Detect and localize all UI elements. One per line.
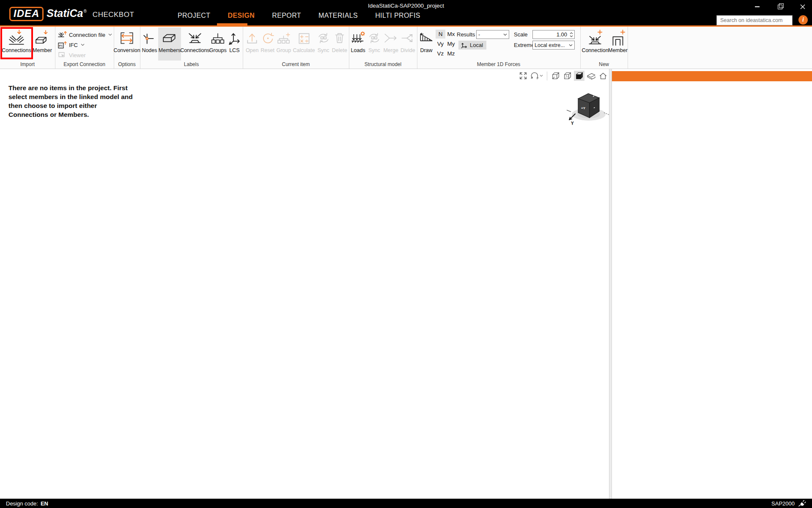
import-connections-button[interactable]: Connections: [1, 28, 32, 61]
group-label-import: Import: [0, 61, 55, 67]
labels-groups-toggle[interactable]: Groups: [209, 28, 227, 61]
linked-app-name: SAP2000: [771, 500, 795, 507]
calculate-button: Calculate: [292, 28, 316, 61]
import-member-button[interactable]: Member: [32, 28, 52, 61]
chevron-down-icon: [503, 33, 507, 36]
sync-current-button: Sync: [315, 28, 331, 61]
cube-solid-icon: [575, 72, 584, 80]
orbit-button[interactable]: [529, 71, 544, 81]
merge-icon: [383, 29, 398, 47]
toggle-force-vz[interactable]: Vz: [436, 49, 445, 58]
ribbon-group-new: Connection Member New: [580, 27, 628, 69]
chevron-down-icon: [108, 33, 112, 36]
import-member-icon: [34, 29, 51, 47]
scale-label: Scale: [514, 31, 528, 38]
loads-icon: [351, 29, 366, 47]
group-label-structural: Structural model: [349, 61, 417, 67]
groups-icon: [211, 29, 225, 47]
sync-icon: [367, 29, 382, 47]
view-solid-button[interactable]: [574, 71, 584, 81]
new-member-icon: [609, 29, 627, 47]
design-code-label: Design code:: [6, 500, 38, 507]
tab-materials[interactable]: MATERIALS: [318, 12, 358, 19]
nodes-icon: [143, 29, 156, 47]
labels-members-toggle[interactable]: Members: [158, 28, 181, 61]
home-view-button[interactable]: [598, 71, 608, 81]
merge-button: Merge: [382, 28, 400, 61]
product-name: CHECKBOT: [93, 11, 134, 19]
draw-forces-button[interactable]: Draw: [418, 28, 435, 53]
toggle-force-vy[interactable]: Vy: [436, 39, 445, 48]
group-label-labels: Labels: [140, 61, 243, 67]
group-label-options: Options: [114, 61, 140, 67]
new-member-button[interactable]: Member: [608, 28, 628, 61]
sync-icon: [316, 29, 331, 47]
group-label-forces: Member 1D Forces: [417, 61, 580, 67]
labels-lcs-toggle[interactable]: LCS: [227, 28, 242, 61]
conversion-button[interactable]: Conversion: [115, 28, 139, 61]
navigation-cube[interactable]: +Y Y: [566, 89, 612, 126]
connections-label-icon: [187, 29, 203, 47]
new-connection-button[interactable]: Connection: [582, 28, 608, 61]
results-dropdown[interactable]: -: [476, 30, 509, 39]
model-viewport[interactable]: There are no items in the project. First…: [0, 69, 609, 499]
view-perspective-button[interactable]: [586, 71, 596, 81]
local-axes-icon: [461, 42, 468, 49]
search-icon[interactable]: [790, 17, 790, 24]
tab-project[interactable]: PROJECT: [178, 12, 210, 19]
linked-app-status: SAP2000: [771, 500, 806, 508]
chevron-down-icon: [540, 75, 543, 77]
loads-button[interactable]: Loads: [350, 28, 366, 61]
lcs-icon: [228, 29, 241, 47]
minimize-button[interactable]: [751, 2, 763, 12]
extreme-label: Extreme: [514, 42, 534, 48]
scale-input[interactable]: [533, 31, 568, 38]
spinner-down-icon[interactable]: [570, 35, 573, 37]
labels-connections-toggle[interactable]: Connections: [181, 28, 209, 61]
new-connection-icon: [586, 29, 604, 47]
divide-icon: [400, 29, 415, 47]
export-connection-file-button[interactable]: Connection file: [58, 30, 112, 39]
panel-splitter[interactable]: [609, 69, 612, 499]
search-input[interactable]: [717, 17, 790, 23]
local-axis-toggle[interactable]: Local: [458, 41, 486, 50]
close-button[interactable]: [797, 2, 809, 12]
ribbon-group-forces: Draw N Mx Vy My Vz Mz Results - Local: [417, 27, 581, 69]
tab-report[interactable]: REPORT: [272, 12, 301, 19]
view-wireframe-button[interactable]: [550, 71, 561, 81]
ribbon-group-current-item: Open Reset: [243, 27, 349, 69]
window-controls: [751, 2, 809, 12]
spinner-up-icon[interactable]: [570, 32, 573, 34]
calculate-icon: [297, 29, 311, 47]
viewport-toolbar: [518, 71, 608, 81]
group-label-current-item: Current item: [243, 61, 349, 67]
checkbot-window: IdeaStatiCa-SAP2000_project IDEA StatiCa…: [0, 0, 812, 508]
app-logo: IDEA StatiCa ® CHECKBOT: [9, 7, 134, 21]
toggle-force-mz[interactable]: Mz: [446, 49, 456, 58]
extreme-dropdown[interactable]: Local extre...: [532, 41, 575, 50]
toggle-force-n[interactable]: N: [436, 30, 445, 39]
import-connections-icon: [8, 29, 25, 47]
toggle-force-mx[interactable]: Mx: [446, 30, 456, 39]
divide-button: Divide: [400, 28, 416, 61]
toolbar-separator: [547, 72, 547, 80]
ribbon: Connections Member Import: [0, 25, 812, 69]
toggle-force-my[interactable]: My: [446, 39, 456, 48]
properties-panel: [612, 69, 812, 499]
cube-wireframe-icon: [551, 72, 560, 80]
labels-nodes-toggle[interactable]: Nodes: [141, 28, 158, 61]
plug-link-icon: [798, 500, 806, 508]
tab-design[interactable]: DESIGN: [228, 12, 255, 19]
restore-button[interactable]: [774, 2, 786, 12]
design-code-value: EN: [41, 500, 48, 507]
conversion-icon: [119, 29, 134, 47]
zoom-fit-button[interactable]: [518, 71, 528, 81]
results-label: Results: [457, 31, 475, 38]
tab-hilti-profis[interactable]: HILTI PROFIS: [375, 12, 420, 19]
ribbon-group-options: Conversion Options: [114, 27, 140, 69]
view-hidden-edges-button[interactable]: [562, 71, 573, 81]
restore-icon: [778, 5, 782, 9]
export-ifc-button[interactable]: IFC IFC: [58, 40, 85, 50]
info-icon[interactable]: i: [798, 15, 808, 25]
search-box: [716, 15, 793, 25]
